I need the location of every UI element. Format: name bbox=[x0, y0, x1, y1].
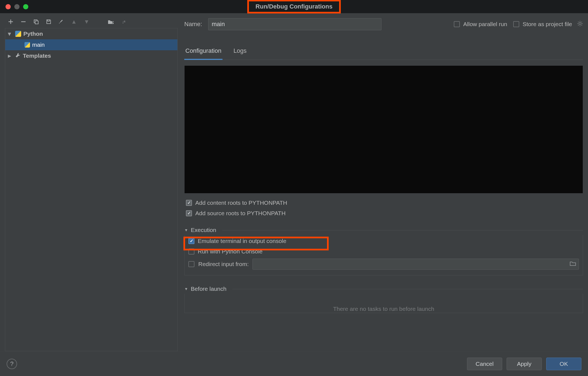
content-roots-label: Add content roots to PYTHONPATH bbox=[195, 200, 287, 206]
right-panel: Name: Allow parallel run Store as projec… bbox=[184, 17, 583, 351]
close-window-button[interactable] bbox=[6, 4, 11, 9]
chevron-right-icon: ▸ bbox=[8, 52, 13, 59]
config-tree[interactable]: ▾ Python main ▸ Templates bbox=[5, 28, 178, 351]
sort-alpha-icon[interactable]: ↓ª bbox=[120, 18, 127, 25]
copy-icon[interactable] bbox=[32, 18, 40, 25]
divider bbox=[222, 230, 583, 230]
window-controls bbox=[0, 4, 28, 9]
tree-label-python: Python bbox=[23, 31, 43, 37]
allow-parallel-row[interactable]: Allow parallel run bbox=[454, 21, 507, 27]
help-button[interactable]: ? bbox=[7, 359, 17, 369]
move-down-icon[interactable]: ▼ bbox=[83, 18, 90, 25]
dialog-body: ▲ ▼ ↓ª ▾ Python main ▸ Te bbox=[0, 13, 588, 351]
minimize-window-button[interactable] bbox=[14, 4, 20, 9]
edit-defaults-icon[interactable] bbox=[58, 18, 65, 25]
tree-label-main: main bbox=[32, 42, 45, 48]
window-title: Run/Debug Configurations bbox=[247, 0, 341, 13]
allow-parallel-label: Allow parallel run bbox=[463, 21, 507, 27]
folder-up-icon[interactable] bbox=[107, 18, 114, 25]
pythonpath-checks: Add content roots to PYTHONPATH Add sour… bbox=[184, 200, 583, 217]
run-python-console-row[interactable]: Run with Python Console bbox=[188, 248, 579, 255]
tree-node-python[interactable]: ▾ Python bbox=[5, 28, 177, 39]
tab-configuration[interactable]: Configuration bbox=[184, 45, 222, 60]
config-tabs: Configuration Logs bbox=[184, 45, 583, 60]
maximize-window-button[interactable] bbox=[23, 4, 28, 9]
tree-label-templates: Templates bbox=[23, 52, 51, 59]
dialog-footer: ? Cancel Apply OK bbox=[0, 351, 588, 376]
move-up-icon[interactable]: ▲ bbox=[70, 18, 78, 25]
tab-logs[interactable]: Logs bbox=[232, 45, 248, 60]
ok-button[interactable]: OK bbox=[546, 358, 581, 370]
remove-icon[interactable] bbox=[20, 18, 27, 25]
execution-section-header[interactable]: ▼ Execution bbox=[184, 225, 583, 235]
execution-section: Emulate terminal in output console Run w… bbox=[184, 235, 583, 275]
gear-icon[interactable] bbox=[577, 21, 583, 28]
titlebar: Run/Debug Configurations bbox=[0, 0, 588, 13]
allow-parallel-checkbox[interactable] bbox=[454, 21, 460, 27]
source-roots-row[interactable]: Add source roots to PYTHONPATH bbox=[186, 210, 583, 217]
execution-label: Execution bbox=[191, 227, 216, 233]
script-parameters-area[interactable] bbox=[184, 65, 583, 193]
chevron-down-icon: ▼ bbox=[184, 287, 188, 291]
source-roots-label: Add source roots to PYTHONPATH bbox=[195, 210, 285, 217]
redirect-input-field[interactable] bbox=[252, 259, 579, 270]
left-panel: ▲ ▼ ↓ª ▾ Python main ▸ Te bbox=[5, 17, 178, 351]
python-icon bbox=[15, 31, 21, 37]
name-label: Name: bbox=[184, 21, 202, 28]
emulate-terminal-row[interactable]: Emulate terminal in output console bbox=[188, 238, 579, 244]
wrench-icon bbox=[15, 52, 21, 59]
redirect-input-row: Redirect input from: bbox=[188, 259, 579, 270]
python-file-icon bbox=[24, 42, 30, 48]
before-launch-section: There are no tasks to run before launch bbox=[184, 294, 583, 313]
store-as-project-row[interactable]: Store as project file bbox=[513, 21, 583, 28]
emulate-terminal-checkbox[interactable] bbox=[188, 238, 194, 244]
before-launch-section-header[interactable]: ▼ Before launch bbox=[184, 284, 583, 294]
source-roots-checkbox[interactable] bbox=[186, 210, 192, 216]
redirect-input-label: Redirect input from: bbox=[198, 261, 249, 267]
browse-folder-icon[interactable] bbox=[570, 261, 576, 267]
content-roots-checkbox[interactable] bbox=[186, 200, 192, 206]
divider bbox=[232, 289, 583, 289]
redirect-input-checkbox[interactable] bbox=[188, 261, 194, 267]
save-icon[interactable] bbox=[45, 18, 52, 25]
store-as-project-checkbox[interactable] bbox=[513, 21, 519, 27]
run-python-console-checkbox[interactable] bbox=[188, 248, 194, 255]
svg-point-2 bbox=[579, 23, 581, 25]
tree-node-templates[interactable]: ▸ Templates bbox=[5, 50, 177, 61]
chevron-down-icon: ▾ bbox=[8, 31, 13, 37]
apply-button[interactable]: Apply bbox=[507, 358, 542, 370]
emulate-terminal-label: Emulate terminal in output console bbox=[198, 238, 286, 244]
chevron-down-icon: ▼ bbox=[184, 228, 188, 232]
name-row: Name: Allow parallel run Store as projec… bbox=[184, 17, 583, 31]
content-roots-row[interactable]: Add content roots to PYTHONPATH bbox=[186, 200, 583, 206]
config-toolbar: ▲ ▼ ↓ª bbox=[5, 17, 178, 28]
svg-rect-1 bbox=[35, 21, 38, 24]
store-as-project-label: Store as project file bbox=[523, 21, 572, 27]
before-launch-label: Before launch bbox=[191, 286, 227, 292]
cancel-button[interactable]: Cancel bbox=[467, 358, 502, 370]
before-launch-empty-text: There are no tasks to run before launch bbox=[333, 306, 434, 312]
run-python-console-label: Run with Python Console bbox=[198, 248, 263, 255]
tree-node-main[interactable]: main bbox=[5, 39, 177, 50]
add-icon[interactable] bbox=[7, 18, 14, 25]
name-input[interactable] bbox=[208, 18, 381, 30]
